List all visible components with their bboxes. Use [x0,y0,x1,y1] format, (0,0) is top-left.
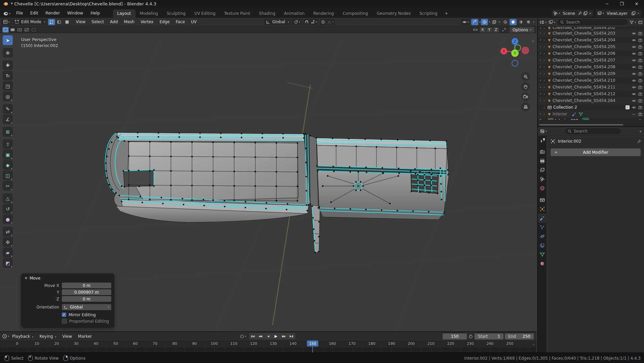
expand-arrow-icon[interactable]: › [542,85,547,89]
outliner-horizontal-scrollbar[interactable] [539,124,623,125]
move-panel-header[interactable]: ▼ Move [22,274,114,282]
camera-visibility-icon[interactable] [637,65,643,69]
transform-orientation-dropdown[interactable]: Global▾ [264,19,291,25]
collection-name[interactable]: Collection 2 [553,105,577,110]
modifier-wrench-icon[interactable] [572,112,576,116]
object-name[interactable]: Chevrolet_Chevelle_SS454.207 [553,58,615,63]
tool-select-box[interactable]: ➤ [3,35,13,45]
pan-hand-button[interactable] [521,82,530,91]
tool-poly-build[interactable]: △ [3,193,13,203]
properties-tab-tool[interactable] [538,136,547,145]
timeline-menu-keying[interactable]: Keying ▾ [36,333,59,339]
camera-view-button[interactable] [521,92,530,101]
viewport-menu-edge[interactable]: Edge [157,19,173,25]
stopwatch-icon[interactable] [469,334,473,339]
camera-visibility-icon[interactable] [637,51,643,56]
object-name[interactable]: Interior [553,112,567,116]
falloff-curve-icon[interactable] [327,20,332,24]
tab-modeling[interactable]: Modeling [135,9,163,18]
expand-arrow-icon[interactable]: › [542,65,547,69]
camera-visibility-icon[interactable] [637,58,643,63]
timeline-menu-playback[interactable]: Playback ▾ [9,333,36,339]
object-name[interactable]: Chevrolet_Chevelle_SS454.204 [553,38,615,42]
camera-visibility-icon[interactable] [637,105,643,110]
tool-spin[interactable]: ↺ [3,204,13,214]
tool-transform[interactable]: ◎ [3,92,13,101]
camera-visibility-icon[interactable] [637,38,643,42]
jump-end-button[interactable]: ▶▮ [288,335,295,338]
tool-inset-faces[interactable]: ▣ [3,150,13,159]
timeline-editor-type-dropdown[interactable]: ▾ [2,334,9,339]
tool-loop-cut[interactable]: ◫ [3,171,13,180]
camera-visibility-icon[interactable] [637,78,643,83]
menu-file[interactable]: File [12,10,27,16]
expand-arrow-icon[interactable]: › [542,32,547,35]
outliner-collection[interactable]: ⌄Collection 2✓ [538,104,644,111]
properties-editor-type-dropdown[interactable]: ▾ [540,129,547,134]
new-collection-button[interactable] [638,20,643,25]
eye-icon[interactable] [631,105,637,110]
tool-bevel[interactable]: ◆ [3,160,13,170]
remove-view-layer-icon[interactable]: ✕ [637,11,640,16]
expand-arrow-icon[interactable]: › [542,27,547,30]
navigation-gizmo[interactable]: Z X Y [494,33,536,110]
camera-visibility-icon[interactable] [637,119,643,120]
camera-visibility-icon[interactable] [637,92,643,96]
expand-arrow-icon[interactable]: › [543,119,548,120]
expand-arrow-icon[interactable]: › [542,99,547,102]
start-frame-field[interactable]: Start1 [475,333,504,339]
object-name[interactable]: Chevrolet_Chevelle_SS454.208 [553,65,615,69]
viewport-menu-uv[interactable]: UV [188,19,200,25]
properties-tab-view-layer[interactable] [538,166,547,175]
viewport-menu-add[interactable]: Add [107,19,121,25]
object-name[interactable]: Chevrolet_Chevelle_SS454.205 [553,44,615,49]
options-dropdown[interactable]: Options▾ [510,27,534,33]
tool-extrude-region[interactable]: ⇧ [3,139,13,149]
eye-icon[interactable] [631,31,637,36]
object-name[interactable]: Chevrolet_Chevelle_SS454.209 [553,71,615,76]
select-mode-subtract-button[interactable] [16,27,23,33]
tab-layout[interactable]: Layout [113,9,135,18]
mesh-data-icon[interactable] [578,112,583,116]
outliner-item[interactable]: •›▼Chevrolet_Chevelle_SS454.208 [538,64,644,70]
eye-icon[interactable] [631,72,637,76]
tool-annotate[interactable]: ✎ [3,104,13,114]
timeline-menu-view[interactable]: View [59,333,75,339]
proportional-editing-icon[interactable] [321,20,325,24]
select-mode-invert-button[interactable] [24,27,30,33]
eye-icon[interactable] [631,78,637,83]
edge-select-mode-button[interactable] [56,19,63,25]
outliner-item[interactable]: •›▼Chevrolet_Chevelle_SS454.209 [538,70,644,77]
new-view-layer-icon[interactable] [631,11,636,15]
properties-tab-output[interactable] [538,156,547,166]
expand-arrow-icon[interactable]: › [542,59,547,62]
outliner-search-input[interactable]: Search [557,19,627,25]
properties-tab-object-data[interactable] [538,250,547,259]
viewport-menu-mesh[interactable]: Mesh [121,19,138,25]
editor-type-button[interactable]: ▾ [1,19,11,25]
blender-menu-button[interactable]: ▾ [0,11,12,18]
properties-tab-material[interactable] [538,259,547,268]
collection-checkbox[interactable]: ✓ [624,105,631,109]
gizmo-z-neg[interactable] [512,60,518,66]
camera-visibility-icon[interactable] [637,85,643,89]
region-collapse-arrow[interactable]: ‹ [532,39,534,43]
eye-icon[interactable] [631,51,637,56]
eye-icon[interactable] [631,99,637,103]
scene-name[interactable]: Scene [560,11,578,16]
outliner-item[interactable]: •›▼Chevrolet_Chevelle_SS454.202 [538,27,644,30]
outliner-item[interactable]: •›▼Chevrolet_Chevelle_SS454.206 [538,50,644,57]
move-x-field[interactable]: 0 m [62,283,111,288]
snap-magnet-icon[interactable] [305,20,309,24]
outliner-item[interactable]: •›▼Chevrolet_Chevelle_SS454.203 [538,30,644,37]
perspective-toggle-button[interactable] [521,102,530,111]
eye-icon[interactable] [631,92,637,96]
snap-with-icon[interactable] [311,20,315,24]
close-button[interactable]: ✕ [629,0,644,8]
pin-icon[interactable] [578,11,582,15]
end-frame-field[interactable]: End250 [505,333,534,339]
expand-arrow-icon[interactable]: › [542,92,547,96]
select-mode-intersect-button[interactable] [31,27,37,33]
new-scene-icon[interactable] [583,11,588,15]
outliner-item[interactable]: •›▼Chevrolet_Chevelle_SS454.204 [538,37,644,43]
